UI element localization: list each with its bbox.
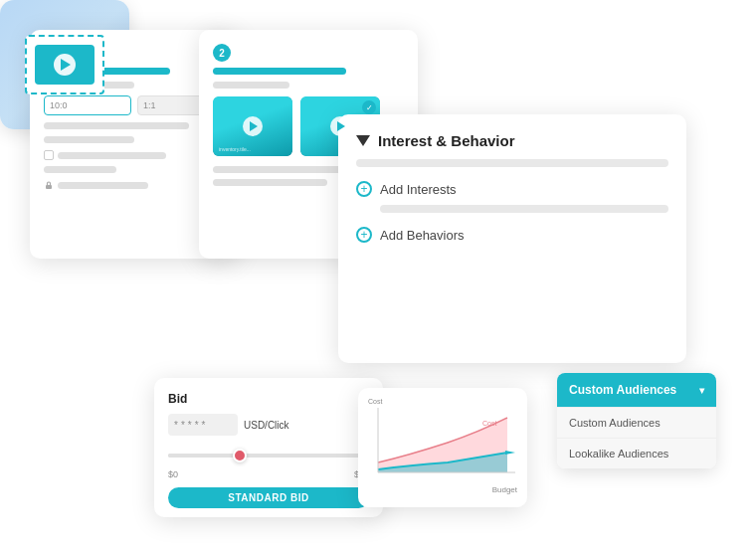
bar-v-2 xyxy=(213,179,327,186)
progress-bar-2 xyxy=(213,68,346,75)
graph-axis-labels: Budget xyxy=(368,485,517,494)
field-row-1: 10:0 1:1 xyxy=(44,95,225,115)
play-triangle-2 xyxy=(337,121,345,131)
interests-empty-bar xyxy=(380,205,668,213)
section-header: Interest & Behavior xyxy=(356,132,668,149)
thumb-label-1: inventory.tile... xyxy=(219,146,251,152)
play-button-1[interactable] xyxy=(243,116,263,136)
section-title: Interest & Behavior xyxy=(378,132,515,149)
bar-short-2 xyxy=(44,136,134,143)
graph-cost-label: Cost xyxy=(368,398,382,405)
checkbox-label-bar xyxy=(58,152,166,159)
graph-area: Cost Cost Budget xyxy=(368,398,517,477)
lock-label-bar xyxy=(58,182,148,189)
slider-track xyxy=(168,454,369,458)
bar-short-3 xyxy=(44,166,116,173)
svg-marker-1 xyxy=(505,451,515,455)
bid-range-labels: $0 $20 xyxy=(168,469,369,479)
bar-medium-1 xyxy=(44,122,189,129)
graph-x-right: Budget xyxy=(492,485,517,494)
bid-panel: Bid ***** USD/Click $0 $20 STANDARD BID xyxy=(154,378,383,517)
audiences-panel: Custom Audiences ▾ Custom Audiences Look… xyxy=(557,373,716,468)
add-behaviors-row[interactable]: + Add Behaviors xyxy=(356,227,668,243)
audiences-header-label: Custom Audiences xyxy=(569,383,676,397)
bid-min-label: $0 xyxy=(168,469,178,479)
svg-rect-0 xyxy=(46,185,52,189)
add-behaviors-label: Add Behaviors xyxy=(380,228,465,243)
checkbox-row-1 xyxy=(44,150,225,160)
bid-slider[interactable] xyxy=(168,446,369,465)
svg-text:Cost: Cost xyxy=(482,420,496,427)
video-thumb-1[interactable]: inventory.tile... xyxy=(213,96,292,156)
check-overlay: ✓ xyxy=(362,100,376,114)
interest-bar-top xyxy=(356,159,668,167)
audiences-item-0[interactable]: Custom Audiences xyxy=(557,407,716,438)
audiences-header[interactable]: Custom Audiences ▾ xyxy=(557,373,716,407)
checkbox-1[interactable] xyxy=(44,150,54,160)
add-interests-label: Add Interests xyxy=(380,182,457,197)
lock-icon xyxy=(44,180,54,190)
audiences-item-1[interactable]: Lookalike Audiences xyxy=(557,438,716,468)
slider-thumb[interactable] xyxy=(233,449,247,462)
graph-panel: Cost Cost Budget xyxy=(358,388,527,507)
add-interests-row[interactable]: + Add Interests xyxy=(356,181,668,197)
add-interests-icon[interactable]: + xyxy=(356,181,372,197)
bid-input-row: ***** USD/Click xyxy=(168,414,369,436)
time-field[interactable]: 10:0 xyxy=(44,95,131,115)
standard-bid-button[interactable]: STANDARD BID xyxy=(168,487,369,508)
graph-svg: Cost xyxy=(368,408,515,479)
step-badge-2: 2 xyxy=(213,44,231,62)
interest-behavior-panel: Interest & Behavior + Add Interests + Ad… xyxy=(338,114,686,363)
triangle-icon xyxy=(356,135,370,146)
play-button-2[interactable] xyxy=(330,116,350,136)
chevron-down-icon: ▾ xyxy=(699,385,704,396)
bid-unit-label: USD/Click xyxy=(244,420,289,431)
lock-row xyxy=(44,180,225,190)
main-scene: 1 10:0 1:1 2 xyxy=(0,0,756,553)
bar-v-short xyxy=(213,82,289,89)
add-behaviors-icon[interactable]: + xyxy=(356,227,372,243)
player-inner xyxy=(25,35,104,94)
bid-title: Bid xyxy=(168,392,369,406)
bid-input-field[interactable]: ***** xyxy=(168,414,238,436)
play-triangle-1 xyxy=(250,121,258,131)
dashed-border xyxy=(25,35,104,94)
slider-fill xyxy=(168,454,239,458)
